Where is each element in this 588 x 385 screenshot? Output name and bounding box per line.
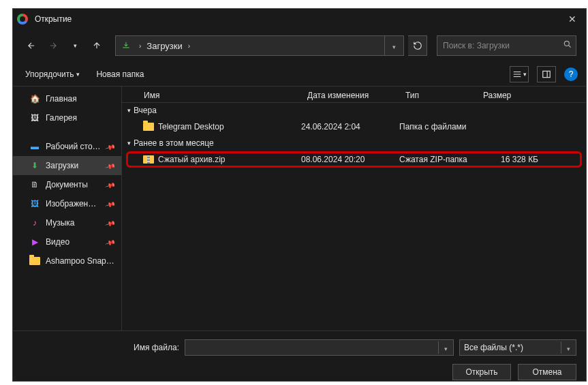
filename-label: Имя файла: bbox=[22, 343, 179, 352]
downloads-icon: ⬇ bbox=[29, 160, 40, 171]
chrome-icon bbox=[17, 14, 28, 25]
titlebar: Открытие ✕ bbox=[13, 9, 586, 29]
desktop-icon: ▬ bbox=[29, 141, 40, 152]
filetype-filter[interactable]: Все файлы (*.*) ▾ bbox=[459, 339, 576, 356]
chevron-right-icon: › bbox=[136, 42, 144, 50]
chevron-down-icon: ▾ bbox=[127, 140, 131, 147]
pictures-icon: 🖼 bbox=[29, 198, 40, 209]
svg-rect-1 bbox=[543, 71, 551, 77]
sidebar-item-pictures[interactable]: 🖼Изображен…📌 bbox=[13, 194, 121, 213]
sidebar-item-gallery[interactable]: 🖼Галерея bbox=[13, 108, 121, 127]
search-icon[interactable] bbox=[559, 40, 576, 52]
refresh-button[interactable] bbox=[408, 35, 427, 56]
sidebar-item-videos[interactable]: ▶Видео📌 bbox=[13, 232, 121, 251]
filename-dropdown[interactable]: ▾ bbox=[438, 341, 453, 354]
file-list: Имя Дата изменения Тип Размер ▾Вчера Tel… bbox=[122, 87, 586, 330]
sidebar-item-documents[interactable]: 🗎Документы📌 bbox=[13, 175, 121, 194]
videos-icon: ▶ bbox=[29, 236, 40, 247]
sidebar-item-downloads[interactable]: ⬇Загрузки📌 bbox=[13, 156, 121, 175]
sidebar-item-desktop[interactable]: ▬Рабочий сто…📌 bbox=[13, 137, 121, 156]
folder-icon bbox=[143, 123, 154, 131]
recent-dropdown[interactable]: ▾ bbox=[66, 37, 84, 55]
chevron-down-icon: ▾ bbox=[127, 107, 131, 114]
search-box[interactable] bbox=[437, 35, 576, 56]
file-row-zip[interactable]: Сжатый архив.zip 08.06.2024 20:20 Сжатая… bbox=[126, 151, 582, 168]
group-earlier[interactable]: ▾Ранее в этом месяце bbox=[122, 136, 586, 151]
pin-icon: 📌 bbox=[105, 217, 116, 228]
breadcrumb-downloads[interactable]: Загрузки bbox=[144, 41, 185, 51]
dialog-title: Открытие bbox=[35, 14, 563, 24]
filename-combobox[interactable]: ▾ bbox=[185, 339, 454, 356]
open-button[interactable]: Открыть bbox=[452, 364, 511, 380]
column-type[interactable]: Тип bbox=[399, 91, 476, 100]
svg-point-0 bbox=[564, 41, 569, 46]
sidebar: 🏠Главная 🖼Галерея ▬Рабочий сто…📌 ⬇Загруз… bbox=[13, 87, 122, 330]
pin-icon: 📌 bbox=[105, 141, 116, 152]
sidebar-item-music[interactable]: ♪Музыка📌 bbox=[13, 213, 121, 232]
back-button[interactable] bbox=[22, 37, 40, 55]
dialog-footer: Имя файла: ▾ Все файлы (*.*) ▾ Открыть О… bbox=[13, 330, 586, 385]
preview-pane-button[interactable] bbox=[537, 66, 556, 82]
sidebar-item-ashampoo[interactable]: Ashampoo Snap… bbox=[13, 251, 121, 271]
music-icon: ♪ bbox=[29, 217, 40, 228]
pin-icon: 📌 bbox=[105, 198, 116, 209]
column-headers: Имя Дата изменения Тип Размер bbox=[122, 88, 586, 103]
view-mode-button[interactable]: ▾ bbox=[510, 66, 529, 82]
address-dropdown[interactable]: ▾ bbox=[384, 36, 403, 55]
sidebar-item-home[interactable]: 🏠Главная bbox=[13, 89, 121, 108]
home-icon: 🏠 bbox=[29, 93, 40, 104]
gallery-icon: 🖼 bbox=[29, 112, 40, 123]
zip-icon bbox=[143, 155, 154, 164]
column-date[interactable]: Дата изменения bbox=[300, 91, 399, 100]
file-row-telegram[interactable]: Telegram Desktop 24.06.2024 2:04 Папка с… bbox=[126, 119, 582, 135]
search-input[interactable] bbox=[437, 41, 559, 50]
documents-icon: 🗎 bbox=[29, 179, 40, 190]
close-button[interactable]: ✕ bbox=[563, 14, 582, 25]
up-button[interactable] bbox=[88, 37, 106, 55]
organize-menu[interactable]: Упорядочить▾ bbox=[21, 67, 84, 82]
pin-icon: 📌 bbox=[105, 236, 116, 247]
pin-icon: 📌 bbox=[105, 160, 116, 171]
column-name[interactable]: Имя bbox=[122, 91, 300, 100]
file-open-dialog: Открытие ✕ ▾ › Загрузки › ▾ Упорядочить▾… bbox=[12, 8, 587, 382]
downloads-icon bbox=[116, 41, 136, 50]
folder-icon bbox=[29, 256, 40, 266]
pin-icon: 📌 bbox=[105, 179, 116, 190]
cancel-button[interactable]: Отмена bbox=[518, 364, 576, 380]
command-bar: Упорядочить▾ Новая папка ▾ ? bbox=[13, 62, 586, 87]
column-size[interactable]: Размер bbox=[476, 91, 544, 100]
help-button[interactable]: ? bbox=[564, 67, 578, 81]
forward-button[interactable] bbox=[44, 37, 62, 55]
address-bar[interactable]: › Загрузки › ▾ bbox=[115, 35, 404, 56]
group-yesterday[interactable]: ▾Вчера bbox=[122, 103, 586, 118]
navigation-bar: ▾ › Загрузки › ▾ bbox=[13, 29, 586, 62]
chevron-down-icon: ▾ bbox=[561, 341, 576, 354]
new-folder-button[interactable]: Новая папка bbox=[92, 67, 148, 82]
chevron-right-icon[interactable]: › bbox=[185, 42, 193, 50]
